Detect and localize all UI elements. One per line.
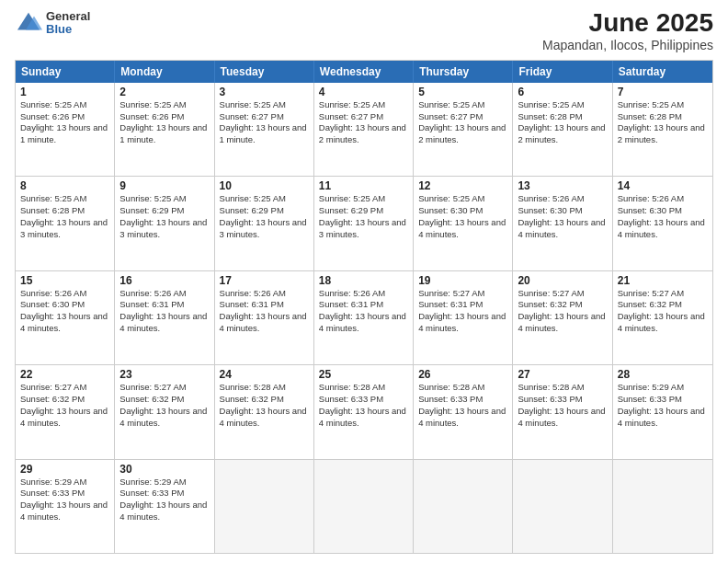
day-number: 14 bbox=[618, 179, 708, 192]
calendar-cell: 1 Sunrise: 5:25 AMSunset: 6:26 PMDayligh… bbox=[16, 83, 115, 176]
day-info: Sunrise: 5:27 AMSunset: 6:32 PMDaylight:… bbox=[119, 382, 209, 429]
header: General Blue June 2025 Mapandan, Ilocos,… bbox=[15, 9, 713, 52]
day-number: 11 bbox=[319, 179, 408, 192]
title-block: June 2025 Mapandan, Ilocos, Philippines bbox=[542, 9, 713, 52]
calendar-header: SundayMondayTuesdayWednesdayThursdayFrid… bbox=[16, 61, 712, 83]
calendar-cell: 23 Sunrise: 5:27 AMSunset: 6:32 PMDaylig… bbox=[115, 365, 214, 458]
day-number: 12 bbox=[418, 179, 507, 192]
day-number: 18 bbox=[319, 274, 408, 287]
calendar-cell: 3 Sunrise: 5:25 AMSunset: 6:27 PMDayligh… bbox=[215, 83, 314, 176]
calendar-cell: 12 Sunrise: 5:25 AMSunset: 6:30 PMDaylig… bbox=[414, 177, 513, 270]
day-info: Sunrise: 5:28 AMSunset: 6:33 PMDaylight:… bbox=[319, 382, 408, 429]
calendar-cell bbox=[513, 460, 612, 553]
day-number: 16 bbox=[119, 274, 209, 287]
logo-text: General Blue bbox=[46, 10, 90, 37]
day-number: 23 bbox=[119, 368, 209, 381]
day-info: Sunrise: 5:26 AMSunset: 6:31 PMDaylight:… bbox=[119, 288, 209, 335]
calendar-cell: 7 Sunrise: 5:25 AMSunset: 6:28 PMDayligh… bbox=[613, 83, 712, 176]
day-info: Sunrise: 5:27 AMSunset: 6:32 PMDaylight:… bbox=[618, 288, 708, 335]
logo-blue: Blue bbox=[46, 23, 90, 36]
page-title: June 2025 bbox=[542, 9, 713, 38]
calendar-cell: 8 Sunrise: 5:25 AMSunset: 6:28 PMDayligh… bbox=[16, 177, 115, 270]
day-info: Sunrise: 5:25 AMSunset: 6:27 PMDaylight:… bbox=[418, 99, 507, 146]
day-info: Sunrise: 5:25 AMSunset: 6:28 PMDaylight:… bbox=[518, 99, 607, 146]
calendar-body: 1 Sunrise: 5:25 AMSunset: 6:26 PMDayligh… bbox=[16, 83, 712, 553]
day-info: Sunrise: 5:25 AMSunset: 6:26 PMDaylight:… bbox=[119, 99, 209, 146]
calendar-cell: 21 Sunrise: 5:27 AMSunset: 6:32 PMDaylig… bbox=[613, 271, 712, 364]
day-number: 3 bbox=[220, 86, 309, 98]
day-number: 7 bbox=[618, 86, 708, 98]
day-number: 19 bbox=[418, 274, 507, 287]
calendar-cell: 13 Sunrise: 5:26 AMSunset: 6:30 PMDaylig… bbox=[513, 177, 612, 270]
calendar-cell bbox=[215, 460, 314, 553]
day-number: 2 bbox=[119, 86, 209, 98]
day-number: 28 bbox=[618, 368, 708, 381]
day-info: Sunrise: 5:29 AMSunset: 6:33 PMDaylight:… bbox=[119, 477, 209, 523]
day-info: Sunrise: 5:26 AMSunset: 6:30 PMDaylight:… bbox=[518, 193, 607, 240]
calendar-cell bbox=[314, 460, 414, 553]
day-info: Sunrise: 5:27 AMSunset: 6:32 PMDaylight:… bbox=[518, 288, 607, 335]
day-number: 17 bbox=[220, 274, 309, 287]
calendar-cell: 14 Sunrise: 5:26 AMSunset: 6:30 PMDaylig… bbox=[613, 177, 712, 270]
day-info: Sunrise: 5:25 AMSunset: 6:29 PMDaylight:… bbox=[319, 193, 408, 240]
day-number: 9 bbox=[119, 179, 209, 192]
logo-general: General bbox=[46, 10, 90, 23]
weekday-header: Sunday bbox=[16, 61, 115, 83]
day-info: Sunrise: 5:25 AMSunset: 6:29 PMDaylight:… bbox=[220, 193, 309, 240]
day-info: Sunrise: 5:25 AMSunset: 6:27 PMDaylight:… bbox=[319, 99, 408, 146]
calendar-week: 29 Sunrise: 5:29 AMSunset: 6:33 PMDaylig… bbox=[16, 459, 712, 553]
day-info: Sunrise: 5:25 AMSunset: 6:28 PMDaylight:… bbox=[20, 193, 109, 240]
calendar-cell bbox=[414, 460, 513, 553]
day-info: Sunrise: 5:29 AMSunset: 6:33 PMDaylight:… bbox=[618, 382, 708, 429]
weekday-header: Thursday bbox=[414, 61, 513, 83]
day-info: Sunrise: 5:28 AMSunset: 6:33 PMDaylight:… bbox=[518, 382, 607, 429]
day-info: Sunrise: 5:25 AMSunset: 6:27 PMDaylight:… bbox=[220, 99, 309, 146]
weekday-header: Wednesday bbox=[314, 61, 414, 83]
logo-icon bbox=[15, 9, 42, 37]
calendar-cell: 4 Sunrise: 5:25 AMSunset: 6:27 PMDayligh… bbox=[314, 83, 414, 176]
day-number: 24 bbox=[220, 368, 309, 381]
day-info: Sunrise: 5:25 AMSunset: 6:26 PMDaylight:… bbox=[20, 99, 109, 146]
calendar-cell: 30 Sunrise: 5:29 AMSunset: 6:33 PMDaylig… bbox=[115, 460, 214, 553]
calendar-week: 1 Sunrise: 5:25 AMSunset: 6:26 PMDayligh… bbox=[16, 83, 712, 176]
calendar-cell: 15 Sunrise: 5:26 AMSunset: 6:30 PMDaylig… bbox=[16, 271, 115, 364]
day-info: Sunrise: 5:28 AMSunset: 6:33 PMDaylight:… bbox=[418, 382, 507, 429]
day-number: 29 bbox=[20, 463, 109, 476]
day-info: Sunrise: 5:26 AMSunset: 6:30 PMDaylight:… bbox=[618, 193, 708, 240]
day-info: Sunrise: 5:25 AMSunset: 6:28 PMDaylight:… bbox=[618, 99, 708, 146]
day-number: 22 bbox=[20, 368, 109, 381]
calendar-week: 15 Sunrise: 5:26 AMSunset: 6:30 PMDaylig… bbox=[16, 270, 712, 364]
calendar-week: 8 Sunrise: 5:25 AMSunset: 6:28 PMDayligh… bbox=[16, 176, 712, 270]
calendar-cell: 22 Sunrise: 5:27 AMSunset: 6:32 PMDaylig… bbox=[16, 365, 115, 458]
day-info: Sunrise: 5:25 AMSunset: 6:29 PMDaylight:… bbox=[119, 193, 209, 240]
day-info: Sunrise: 5:27 AMSunset: 6:32 PMDaylight:… bbox=[20, 382, 109, 429]
calendar-cell: 29 Sunrise: 5:29 AMSunset: 6:33 PMDaylig… bbox=[16, 460, 115, 553]
day-number: 20 bbox=[518, 274, 607, 287]
calendar-cell: 28 Sunrise: 5:29 AMSunset: 6:33 PMDaylig… bbox=[613, 365, 712, 458]
page: General Blue June 2025 Mapandan, Ilocos,… bbox=[0, 0, 728, 563]
calendar-cell: 2 Sunrise: 5:25 AMSunset: 6:26 PMDayligh… bbox=[115, 83, 214, 176]
day-info: Sunrise: 5:25 AMSunset: 6:30 PMDaylight:… bbox=[418, 193, 507, 240]
calendar-cell: 17 Sunrise: 5:26 AMSunset: 6:31 PMDaylig… bbox=[215, 271, 314, 364]
day-number: 8 bbox=[20, 179, 109, 192]
logo: General Blue bbox=[15, 9, 90, 37]
day-number: 25 bbox=[319, 368, 408, 381]
calendar-cell: 18 Sunrise: 5:26 AMSunset: 6:31 PMDaylig… bbox=[314, 271, 414, 364]
calendar-cell: 11 Sunrise: 5:25 AMSunset: 6:29 PMDaylig… bbox=[314, 177, 414, 270]
day-info: Sunrise: 5:26 AMSunset: 6:30 PMDaylight:… bbox=[20, 288, 109, 335]
calendar-cell bbox=[613, 460, 712, 553]
weekday-header: Tuesday bbox=[215, 61, 314, 83]
day-number: 26 bbox=[418, 368, 507, 381]
day-number: 6 bbox=[518, 86, 607, 98]
calendar-cell: 20 Sunrise: 5:27 AMSunset: 6:32 PMDaylig… bbox=[513, 271, 612, 364]
calendar-cell: 25 Sunrise: 5:28 AMSunset: 6:33 PMDaylig… bbox=[314, 365, 414, 458]
day-info: Sunrise: 5:27 AMSunset: 6:31 PMDaylight:… bbox=[418, 288, 507, 335]
day-number: 10 bbox=[220, 179, 309, 192]
calendar-cell: 6 Sunrise: 5:25 AMSunset: 6:28 PMDayligh… bbox=[513, 83, 612, 176]
page-subtitle: Mapandan, Ilocos, Philippines bbox=[542, 38, 713, 52]
day-number: 27 bbox=[518, 368, 607, 381]
day-number: 5 bbox=[418, 86, 507, 98]
calendar-cell: 27 Sunrise: 5:28 AMSunset: 6:33 PMDaylig… bbox=[513, 365, 612, 458]
weekday-header: Friday bbox=[513, 61, 612, 83]
day-number: 1 bbox=[20, 86, 109, 98]
